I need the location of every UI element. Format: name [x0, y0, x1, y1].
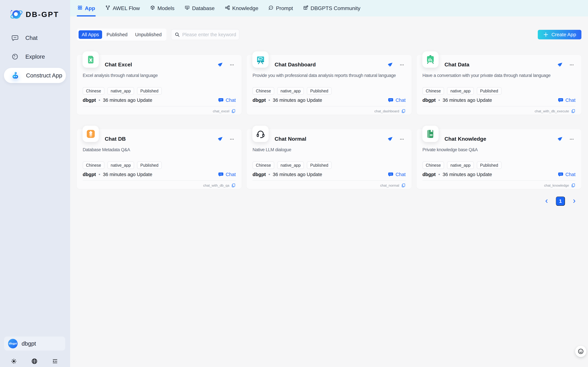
app-owner: dbgpt	[422, 98, 436, 103]
theme-sun-icon[interactable]	[10, 358, 17, 365]
more-icon[interactable]	[229, 136, 235, 142]
app-card[interactable]: Chat Normal Native LLM dialogue Chinesen…	[247, 129, 411, 189]
create-app-button[interactable]: Create App	[538, 30, 581, 39]
app-updated: 36 minutes ago Update	[103, 172, 152, 177]
chat-link[interactable]: Chat	[558, 172, 575, 177]
filter-all-apps[interactable]: All Apps	[79, 30, 102, 39]
prev-page-button[interactable]	[543, 198, 550, 205]
app-icon	[252, 126, 269, 142]
app-card[interactable]: Chat DB Database Metadata Q&A Chinesenat…	[77, 129, 242, 189]
chat-link[interactable]: Chat	[218, 172, 236, 177]
chat-bubble-blue-icon	[218, 97, 224, 103]
app-code: chat_dashboard	[374, 109, 399, 113]
more-icon[interactable]	[569, 136, 575, 142]
tab-label: DBGPTS Community	[311, 5, 360, 11]
tag-pill: Chinese	[252, 87, 274, 95]
sidebar-item-construct-app[interactable]: Construct App	[4, 68, 66, 83]
app-card[interactable]: Chat Knowledge Private knowledge base Q&…	[416, 129, 581, 189]
app-card[interactable]: Chat Data Have a conversation with your …	[416, 55, 581, 115]
copy-icon[interactable]	[231, 183, 236, 188]
chat-bubble-blue-icon	[388, 172, 393, 177]
app-tags: Chinesenative_appPublished	[422, 161, 502, 169]
filter-unpublished[interactable]: Unpublished	[132, 30, 165, 39]
sitemap-icon	[225, 5, 230, 12]
sidebar-item-chat[interactable]: Chat	[4, 30, 66, 45]
user-profile[interactable]: dbgpt dbgpt	[4, 336, 65, 350]
filter-published[interactable]: Published	[103, 30, 131, 39]
copy-icon[interactable]	[401, 109, 406, 113]
tab-label: Prompt	[276, 5, 293, 11]
app-code: chat_with_db_execute	[535, 109, 569, 113]
tab-app[interactable]: App	[77, 0, 95, 17]
tag-pill: Published	[477, 87, 502, 95]
app-updated: 36 minutes ago Update	[443, 98, 492, 103]
divider	[252, 180, 406, 181]
tab-models[interactable]: Models	[150, 0, 174, 17]
copy-icon[interactable]	[571, 109, 575, 113]
app-icon	[422, 51, 439, 68]
app-meta: dbgpt • 36 minutes ago Update Chat	[252, 172, 406, 177]
app-code: chat_normal	[380, 184, 399, 187]
page-number-button[interactable]: 1	[556, 197, 565, 206]
plus-icon	[543, 32, 549, 37]
next-page-button[interactable]	[571, 198, 578, 205]
chat-link[interactable]: Chat	[558, 97, 575, 103]
dingtalk-share-icon[interactable]	[217, 136, 224, 142]
chat-bubble-blue-icon	[558, 97, 563, 103]
avatar: dbgpt	[8, 339, 18, 348]
app-card[interactable]: Chat Dashboard Provide you with professi…	[247, 55, 411, 115]
tab-database[interactable]: SQL Database	[185, 0, 215, 17]
tab-label: AWEL Flow	[113, 5, 140, 11]
filter-group: All Apps Published Unpublished	[77, 28, 166, 41]
app-description: Native LLM dialogue	[252, 147, 407, 152]
tab-dbgpts-community[interactable]: DBGPTS Community	[303, 0, 360, 17]
more-icon[interactable]	[569, 62, 575, 68]
dingtalk-share-icon[interactable]	[217, 62, 224, 68]
dingtalk-share-icon[interactable]	[387, 62, 393, 68]
tab-awel-flow[interactable]: AWEL Flow	[105, 0, 140, 17]
app-description: Provide you with professional data analy…	[252, 73, 407, 78]
tab-label: App	[85, 5, 95, 11]
app-owner: dbgpt	[252, 98, 266, 103]
app-description: Database Metadata Q&A	[83, 147, 237, 152]
chat-bubble-blue-icon	[388, 97, 393, 103]
svg-text:SQL: SQL	[186, 7, 189, 8]
brand-logo: DB-GPT	[9, 7, 70, 22]
meta-bullet: •	[438, 172, 440, 177]
dingtalk-share-icon[interactable]	[557, 136, 563, 142]
collapse-menu-icon[interactable]	[52, 358, 58, 365]
community-grid-icon	[303, 5, 308, 12]
dingtalk-share-icon[interactable]	[387, 136, 393, 142]
dingtalk-share-icon[interactable]	[557, 62, 563, 68]
tag-pill: Published	[307, 161, 331, 169]
more-icon[interactable]	[399, 136, 405, 142]
app-code-row: chat_with_db_qa	[203, 183, 236, 188]
tag-pill: native_app	[447, 161, 474, 169]
feedback-button[interactable]	[575, 346, 586, 357]
more-icon[interactable]	[229, 62, 235, 68]
chat-link-label: Chat	[565, 98, 575, 103]
app-code-row: chat_excel	[213, 109, 236, 113]
sidebar: DB-GPT Chat Explore	[0, 0, 70, 367]
tag-pill: native_app	[108, 161, 134, 169]
more-icon[interactable]	[399, 62, 405, 68]
app-code-row: chat_dashboard	[374, 109, 406, 113]
chat-link[interactable]: Chat	[388, 172, 406, 177]
sidebar-item-explore[interactable]: Explore	[4, 49, 66, 64]
chat-link[interactable]: Chat	[388, 97, 406, 103]
tab-prompt[interactable]: Prompt	[268, 0, 293, 17]
copy-icon[interactable]	[401, 183, 406, 188]
chat-link[interactable]: Chat	[218, 97, 236, 103]
smiley-icon	[577, 348, 584, 355]
language-globe-icon[interactable]	[31, 358, 38, 365]
explore-compass-icon	[12, 53, 18, 60]
tab-knowledge[interactable]: Knowledge	[225, 0, 258, 17]
copy-icon[interactable]	[231, 109, 236, 113]
search-input[interactable]	[182, 32, 236, 37]
content: All Apps Published Unpublished Cr	[70, 17, 588, 367]
app-tags: Chinesenative_appPublished	[252, 161, 331, 169]
copy-icon[interactable]	[571, 183, 575, 188]
app-card[interactable]: Chat Excel Excel analysis through natura…	[77, 55, 242, 115]
tab-label: Database	[192, 5, 215, 11]
chat-link-label: Chat	[226, 98, 236, 103]
